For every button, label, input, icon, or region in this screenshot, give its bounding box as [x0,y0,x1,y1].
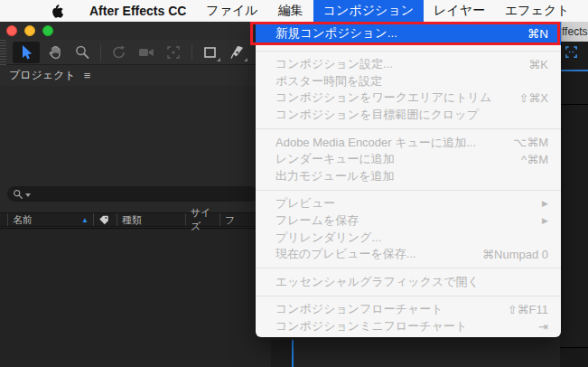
menu-item-label: コンポジションを目標範囲にクロップ [275,107,548,123]
menu-separator [256,51,561,52]
apple-icon [50,4,63,19]
menu-item: エッセンシャルグラフィックスで開く [256,274,561,291]
active-panel-divider[interactable] [292,340,294,367]
menu-item: プリレンダリング... [256,229,561,246]
panel-divider [560,104,588,105]
composition-dropdown-menu: 新規コンポジション...⌘Nコンポジション設定...⌘Kポスター時間を設定コンポ… [256,22,561,337]
menu-separator [256,190,561,191]
menu-item-label: フレームを保存 [275,212,531,229]
zoom-tool-button[interactable] [70,42,94,63]
menu-item-shortcut: ⇧⌘X [518,91,548,105]
pen-tool-button[interactable] [226,42,249,63]
menu-item: 出力モジュールを追加 [256,168,561,185]
column-header[interactable]: サイズ [185,213,219,226]
right-edge-panel: ffects [560,22,588,367]
menu-item: コンポジションフローチャート⇧⌘F11 [256,301,561,318]
menu-item-label: ポスター時間を設定 [275,73,548,89]
column-header-label: サイズ [191,206,215,233]
rotate-tool-icon [111,44,127,61]
pan-behind-tool-icon [165,44,182,61]
menubar-item[interactable]: 編集 [268,0,313,22]
submenu-arrow-icon: ▶ [542,216,548,225]
menu-item-label: コンポジションミニフローチャート [275,318,527,334]
camera-tool-button[interactable] [135,42,158,63]
menu-separator [256,128,561,129]
panel-divider-band [271,340,292,367]
rotate-tool-button[interactable] [107,42,131,63]
close-window-button[interactable] [6,25,17,36]
search-options-caret-icon[interactable] [25,193,31,197]
menu-item-label: Adobe Media Encoder キューに追加... [275,135,502,151]
right-partial-tab[interactable]: ffects [560,22,588,42]
menu-item: コンポジションをワークエリアにトリム⇧⌘X [256,89,561,107]
right-tab-label: ffects [562,25,587,38]
column-header-label: フ [225,213,235,227]
zoom-tool-icon [74,44,90,61]
screen: After Effects CCファイル編集コンポジションレイヤーエフェクトアニ… [0,0,588,367]
menu-item-shortcut: ⌥⌘M [513,136,548,149]
sort-ascending-icon[interactable]: ▲ [81,216,89,224]
menu-item: フレームを保存▶ [256,212,561,230]
menubar-item[interactable]: レイヤー [424,0,495,22]
menu-item: レンダーキューに追加^⌘M [256,151,561,168]
subtool-indicator [244,58,247,61]
hand-tool-icon [47,44,63,61]
menu-item-label: プレビュー [275,195,531,212]
selection-tool-icon [19,44,33,61]
toolbar-separator [100,44,101,61]
column-header-label: 名前 [13,213,33,227]
menubar-item[interactable]: エフェクト [495,0,580,22]
menu-item-label: 出力モジュールを追加 [275,168,548,184]
tag-icon [98,214,109,225]
hand-tool-button[interactable] [43,42,67,63]
timeline-edge [560,348,588,367]
rectangle-tool-button[interactable] [199,42,222,63]
menubar-item[interactable]: ファイル [196,0,267,22]
camera-tool-icon [137,44,155,61]
column-header[interactable]: 種類 [117,213,185,226]
menu-item-shortcut: ⇥ [538,320,548,334]
column-header[interactable]: 名前▲ [7,213,93,226]
active-panel-indicator [560,70,588,71]
search-icon [13,189,23,200]
menu-item: コンポジションミニフローチャート⇥ [256,318,561,335]
subtool-indicator [217,58,220,61]
apple-menu[interactable] [0,0,79,22]
menu-item-label: エッセンシャルグラフィックスで開く [275,274,548,290]
menubar-item[interactable]: After Effects CC [79,0,196,22]
column-header-label: 種類 [122,213,142,227]
panel-menu-icon[interactable]: ≡ [84,69,91,82]
menu-item-label: プリレンダリング... [275,230,548,246]
menu-item: ポスター時間を設定 [256,73,561,90]
annotation-highlight-box [250,22,560,45]
menu-item-label: レンダーキューに追加 [275,151,510,167]
pan-behind-tool-button[interactable] [162,42,185,63]
menu-item-shortcut: ⌘K [528,58,548,71]
menu-separator [256,268,561,268]
column-header[interactable] [93,213,117,226]
menu-item: コンポジション設定...⌘K [256,56,561,73]
minimize-window-button[interactable] [24,25,35,36]
toolbar-grip[interactable] [0,40,6,65]
macos-menubar: After Effects CCファイル編集コンポジションレイヤーエフェクトアニ… [0,0,588,22]
toolbar-separator [191,44,192,61]
menu-item: プレビュー▶ [256,195,561,212]
project-panel-title: プロジェクト [9,68,76,83]
menu-separator [256,296,561,296]
menu-item-shortcut: ⇧⌘F11 [508,303,548,316]
menu-item: 現在のプレビューを保存...⌘Numpad 0 [256,246,561,263]
zoom-window-button[interactable] [42,25,53,36]
submenu-arrow-icon: ▶ [542,199,548,208]
menu-item-label: コンポジションをワークエリアにトリム [275,89,508,106]
menu-item: コンポジションを目標範囲にクロップ [256,107,561,124]
menubar-item[interactable]: アニメーション [580,0,588,22]
project-search-input[interactable] [7,186,258,202]
region-of-interest-icon[interactable] [565,45,578,59]
menu-item-label: コンポジションフローチャート [275,301,497,317]
selection-tool-button[interactable] [13,42,40,63]
menu-item: Adobe Media Encoder キューに追加...⌥⌘M [256,134,561,151]
menu-item-shortcut: ^⌘M [521,153,548,166]
menubar-item[interactable]: コンポジション [313,0,424,22]
menu-item-label: コンポジション設定... [275,56,518,72]
menu-item-shortcut: ⌘Numpad 0 [482,248,548,261]
